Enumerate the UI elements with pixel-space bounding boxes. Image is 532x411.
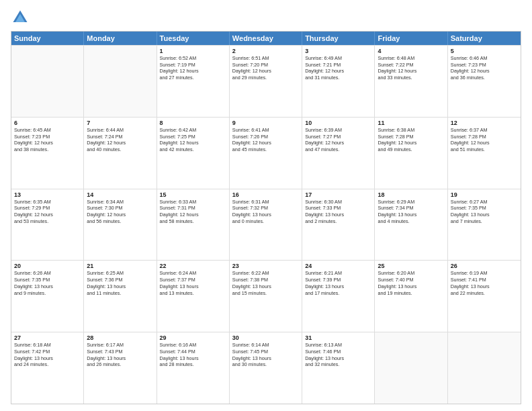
calendar-cell: 21Sunrise: 6:25 AM Sunset: 7:36 PM Dayli…	[84, 261, 157, 332]
calendar-cell: 1Sunrise: 6:52 AM Sunset: 7:19 PM Daylig…	[157, 46, 230, 117]
cell-text: Sunrise: 6:44 AM Sunset: 7:24 PM Dayligh…	[87, 127, 153, 153]
calendar-body: 1Sunrise: 6:52 AM Sunset: 7:19 PM Daylig…	[11, 45, 521, 404]
calendar-cell: 20Sunrise: 6:26 AM Sunset: 7:35 PM Dayli…	[11, 261, 84, 332]
calendar-cell: 3Sunrise: 6:49 AM Sunset: 7:21 PM Daylig…	[302, 46, 375, 117]
day-number: 27	[14, 334, 81, 341]
cell-text: Sunrise: 6:21 AM Sunset: 7:39 PM Dayligh…	[305, 270, 371, 296]
day-number: 19	[451, 191, 518, 198]
calendar-cell: 6Sunrise: 6:45 AM Sunset: 7:23 PM Daylig…	[11, 118, 84, 189]
calendar-cell: 22Sunrise: 6:24 AM Sunset: 7:37 PM Dayli…	[157, 261, 230, 332]
day-number: 9	[232, 120, 299, 126]
calendar-cell: 19Sunrise: 6:27 AM Sunset: 7:35 PM Dayli…	[448, 189, 521, 261]
calendar-cell: 5Sunrise: 6:46 AM Sunset: 7:23 PM Daylig…	[448, 46, 521, 117]
cell-text: Sunrise: 6:48 AM Sunset: 7:22 PM Dayligh…	[378, 55, 444, 81]
calendar-cell: 7Sunrise: 6:44 AM Sunset: 7:24 PM Daylig…	[84, 118, 157, 189]
calendar: SundayMondayTuesdayWednesdayThursdayFrid…	[11, 31, 521, 404]
day-number: 4	[378, 48, 444, 54]
cell-text: Sunrise: 6:37 AM Sunset: 7:28 PM Dayligh…	[451, 127, 518, 153]
calendar-header-cell: Wednesday	[230, 32, 302, 45]
calendar-row: 6Sunrise: 6:45 AM Sunset: 7:23 PM Daylig…	[11, 117, 521, 189]
day-number: 26	[451, 263, 518, 269]
calendar-cell: 9Sunrise: 6:41 AM Sunset: 7:26 PM Daylig…	[230, 118, 302, 189]
day-number: 20	[14, 263, 81, 269]
cell-text: Sunrise: 6:20 AM Sunset: 7:40 PM Dayligh…	[378, 270, 444, 296]
cell-text: Sunrise: 6:41 AM Sunset: 7:26 PM Dayligh…	[232, 127, 299, 153]
calendar-cell: 25Sunrise: 6:20 AM Sunset: 7:40 PM Dayli…	[375, 261, 447, 332]
day-number: 5	[451, 48, 518, 54]
calendar-row: 20Sunrise: 6:26 AM Sunset: 7:35 PM Dayli…	[11, 260, 521, 332]
day-number: 16	[232, 191, 299, 198]
day-number: 2	[232, 48, 299, 54]
cell-text: Sunrise: 6:46 AM Sunset: 7:23 PM Dayligh…	[451, 55, 518, 81]
cell-text: Sunrise: 6:24 AM Sunset: 7:37 PM Dayligh…	[160, 270, 226, 296]
cell-text: Sunrise: 6:38 AM Sunset: 7:28 PM Dayligh…	[378, 127, 444, 153]
calendar-cell: 28Sunrise: 6:17 AM Sunset: 7:43 PM Dayli…	[84, 332, 157, 404]
day-number: 1	[160, 48, 226, 54]
page: SundayMondayTuesdayWednesdayThursdayFrid…	[0, 0, 532, 411]
calendar-cell: 16Sunrise: 6:31 AM Sunset: 7:32 PM Dayli…	[230, 189, 302, 261]
day-number: 8	[160, 120, 226, 126]
calendar-cell: 12Sunrise: 6:37 AM Sunset: 7:28 PM Dayli…	[448, 118, 521, 189]
calendar-header-cell: Sunday	[11, 32, 84, 45]
day-number: 10	[305, 120, 371, 126]
day-number: 3	[305, 48, 371, 54]
day-number: 14	[87, 191, 153, 198]
calendar-cell: 24Sunrise: 6:21 AM Sunset: 7:39 PM Dayli…	[302, 261, 375, 332]
day-number: 13	[14, 191, 81, 198]
cell-text: Sunrise: 6:25 AM Sunset: 7:36 PM Dayligh…	[87, 270, 153, 296]
cell-text: Sunrise: 6:14 AM Sunset: 7:45 PM Dayligh…	[232, 342, 299, 368]
cell-text: Sunrise: 6:17 AM Sunset: 7:43 PM Dayligh…	[87, 342, 153, 368]
day-number: 25	[378, 263, 444, 269]
cell-text: Sunrise: 6:51 AM Sunset: 7:20 PM Dayligh…	[232, 55, 299, 81]
calendar-cell: 27Sunrise: 6:18 AM Sunset: 7:42 PM Dayli…	[11, 332, 84, 404]
cell-text: Sunrise: 6:52 AM Sunset: 7:19 PM Dayligh…	[160, 55, 226, 81]
calendar-cell: 2Sunrise: 6:51 AM Sunset: 7:20 PM Daylig…	[230, 46, 302, 117]
calendar-cell: 30Sunrise: 6:14 AM Sunset: 7:45 PM Dayli…	[230, 332, 302, 404]
day-number: 21	[87, 263, 153, 269]
day-number: 31	[305, 334, 371, 341]
cell-text: Sunrise: 6:31 AM Sunset: 7:32 PM Dayligh…	[232, 199, 299, 225]
day-number: 22	[160, 263, 226, 269]
calendar-cell: 23Sunrise: 6:22 AM Sunset: 7:38 PM Dayli…	[230, 261, 302, 332]
header	[11, 8, 521, 27]
calendar-row: 1Sunrise: 6:52 AM Sunset: 7:19 PM Daylig…	[11, 45, 521, 117]
cell-text: Sunrise: 6:42 AM Sunset: 7:25 PM Dayligh…	[160, 127, 226, 153]
cell-text: Sunrise: 6:35 AM Sunset: 7:29 PM Dayligh…	[14, 199, 81, 225]
cell-text: Sunrise: 6:34 AM Sunset: 7:30 PM Dayligh…	[87, 199, 153, 225]
day-number: 11	[378, 120, 444, 126]
day-number: 30	[232, 334, 299, 341]
calendar-cell	[448, 332, 521, 404]
calendar-header: SundayMondayTuesdayWednesdayThursdayFrid…	[11, 32, 521, 45]
calendar-header-cell: Monday	[84, 32, 157, 45]
calendar-cell	[84, 46, 157, 117]
calendar-cell: 11Sunrise: 6:38 AM Sunset: 7:28 PM Dayli…	[375, 118, 447, 189]
calendar-cell: 13Sunrise: 6:35 AM Sunset: 7:29 PM Dayli…	[11, 189, 84, 261]
calendar-cell	[11, 46, 84, 117]
calendar-header-cell: Saturday	[448, 32, 521, 45]
day-number: 15	[160, 191, 226, 198]
calendar-cell: 14Sunrise: 6:34 AM Sunset: 7:30 PM Dayli…	[84, 189, 157, 261]
calendar-row: 27Sunrise: 6:18 AM Sunset: 7:42 PM Dayli…	[11, 332, 521, 404]
cell-text: Sunrise: 6:26 AM Sunset: 7:35 PM Dayligh…	[14, 270, 81, 296]
cell-text: Sunrise: 6:33 AM Sunset: 7:31 PM Dayligh…	[160, 199, 226, 225]
day-number: 18	[378, 191, 444, 198]
calendar-cell: 4Sunrise: 6:48 AM Sunset: 7:22 PM Daylig…	[375, 46, 447, 117]
cell-text: Sunrise: 6:45 AM Sunset: 7:23 PM Dayligh…	[14, 127, 81, 153]
calendar-row: 13Sunrise: 6:35 AM Sunset: 7:29 PM Dayli…	[11, 189, 521, 261]
cell-text: Sunrise: 6:13 AM Sunset: 7:46 PM Dayligh…	[305, 342, 371, 368]
logo-icon	[11, 8, 30, 27]
cell-text: Sunrise: 6:19 AM Sunset: 7:41 PM Dayligh…	[451, 270, 518, 296]
day-number: 24	[305, 263, 371, 269]
cell-text: Sunrise: 6:49 AM Sunset: 7:21 PM Dayligh…	[305, 55, 371, 81]
calendar-cell: 18Sunrise: 6:29 AM Sunset: 7:34 PM Dayli…	[375, 189, 447, 261]
cell-text: Sunrise: 6:22 AM Sunset: 7:38 PM Dayligh…	[232, 270, 299, 296]
day-number: 23	[232, 263, 299, 269]
day-number: 28	[87, 334, 153, 341]
cell-text: Sunrise: 6:39 AM Sunset: 7:27 PM Dayligh…	[305, 127, 371, 153]
cell-text: Sunrise: 6:30 AM Sunset: 7:33 PM Dayligh…	[305, 199, 371, 225]
calendar-cell: 26Sunrise: 6:19 AM Sunset: 7:41 PM Dayli…	[448, 261, 521, 332]
logo	[11, 8, 32, 27]
day-number: 17	[305, 191, 371, 198]
calendar-cell: 10Sunrise: 6:39 AM Sunset: 7:27 PM Dayli…	[302, 118, 375, 189]
cell-text: Sunrise: 6:18 AM Sunset: 7:42 PM Dayligh…	[14, 342, 81, 368]
